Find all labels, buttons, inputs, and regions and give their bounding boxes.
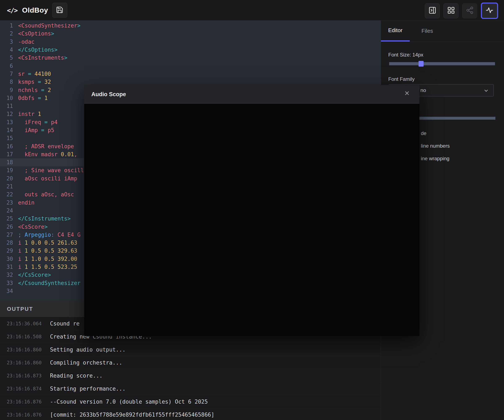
output-log-row: 23:16:16.860Compiling orchestra... <box>0 356 381 369</box>
modal-title: Audio Scope <box>91 91 126 98</box>
code-line: 1<CsoundSynthesizer> <box>0 22 381 30</box>
code-text: </CsInstruments> <box>18 216 71 222</box>
code-text: </CsoundSynthesizer <box>18 280 80 286</box>
topbar-actions <box>425 2 498 19</box>
line-number: 26 <box>0 224 13 230</box>
line-number: 22 <box>0 191 13 198</box>
save-icon <box>56 6 63 14</box>
code-logo-icon: </> <box>7 6 18 14</box>
code-text: nchnls = 2 <box>18 87 51 93</box>
checkbox-label-fragment-line-numbers[interactable]: line numbers <box>421 143 450 149</box>
line-number: 29 <box>0 248 13 254</box>
log-timestamp: 23:16:16.873 <box>7 373 50 378</box>
toggle-sidebar-button[interactable] <box>425 3 440 18</box>
code-text: ksmps = 32 <box>18 79 51 85</box>
share-button[interactable] <box>462 3 477 18</box>
close-icon[interactable]: ✕ <box>404 90 410 96</box>
line-number: 28 <box>0 240 13 246</box>
line-number: 17 <box>0 151 13 157</box>
code-text: iFreq = p4 <box>18 119 58 125</box>
code-text: -odac <box>18 39 35 45</box>
output-log-row: 23:16:16.874Starting performance... <box>0 382 381 395</box>
code-text: aOsc oscili iAmp <box>18 175 77 182</box>
audio-scope-modal: Audio Scope ✕ <box>84 85 419 336</box>
audio-scope-button[interactable] <box>481 2 498 19</box>
code-text: <CsOptions> <box>18 30 54 37</box>
log-timestamp: 23:16:16.860 <box>7 347 50 352</box>
output-title: OUTPUT <box>7 306 33 312</box>
sidebar-tabs: Editor Files <box>381 20 504 42</box>
line-number: 24 <box>0 207 13 214</box>
line-number: 20 <box>0 175 13 182</box>
tab-editor[interactable]: Editor <box>381 20 410 42</box>
font-size-slider[interactable] <box>389 62 495 65</box>
line-number: 23 <box>0 199 13 206</box>
line-number: 8 <box>0 79 13 85</box>
line-number: 9 <box>0 87 13 93</box>
log-timestamp: 23:16:16.874 <box>7 386 50 391</box>
tab-files[interactable]: Files <box>415 20 439 42</box>
log-message: Starting performance... <box>50 385 126 392</box>
audio-scope-modal-header: Audio Scope ✕ <box>84 85 419 104</box>
code-text: kEnv madsr 0.01, <box>18 151 77 157</box>
code-text: i 1 0.0 0.5 261.63 <box>18 240 77 246</box>
line-number: 15 <box>0 135 13 141</box>
output-log-row: 23:16:16.876[commit: 2633b5f788e59e892fd… <box>0 408 381 420</box>
line-number: 13 <box>0 119 13 125</box>
line-number: 2 <box>0 30 13 37</box>
code-line: 7sr = 44100 <box>0 70 381 78</box>
code-text: outs aOsc, aOsc <box>18 191 74 198</box>
font-size-slider-thumb[interactable] <box>419 61 424 66</box>
line-number: 18 <box>0 159 13 166</box>
line-number: 19 <box>0 167 13 174</box>
code-text: </CsOptions> <box>18 47 58 53</box>
line-number: 12 <box>0 111 13 117</box>
code-line: 4</CsOptions> <box>0 46 381 54</box>
code-text: </CsScore> <box>18 272 51 278</box>
top-bar: </> OldBoy <box>0 0 504 21</box>
code-text: ; Sine wave oscilla <box>18 167 87 174</box>
line-number: 10 <box>0 95 13 101</box>
log-timestamp: 23:16:16.860 <box>7 360 50 365</box>
line-number: 31 <box>0 264 13 270</box>
line-number: 6 <box>0 63 13 69</box>
log-message: Compiling orchestra... <box>50 360 122 366</box>
line-number: 14 <box>0 127 13 133</box>
line-number: 33 <box>0 280 13 286</box>
line-number: 34 <box>0 288 13 294</box>
audio-scope-display <box>84 104 419 336</box>
code-text: i 1 1.0 0.5 392.00 <box>18 256 77 262</box>
line-number: 30 <box>0 256 13 262</box>
output-log-row: 23:16:16.860Setting audio output... <box>0 343 381 356</box>
save-button[interactable] <box>52 3 67 18</box>
code-text: i 1 1.5 0.5 523.25 <box>18 264 77 270</box>
line-number: 1 <box>0 23 13 29</box>
font-size-label: Font Size: 14px <box>388 52 423 58</box>
line-number: 3 <box>0 39 13 45</box>
log-message: --Csound version 7.0 (double samples) Oc… <box>50 399 208 405</box>
panel-right-icon <box>428 6 436 15</box>
layout-button[interactable] <box>444 3 458 18</box>
code-text: <CsInstruments> <box>18 55 67 61</box>
checkbox-label-fragment-line-wrapping[interactable]: ine wrapping <box>421 156 449 162</box>
log-timestamp: 23:16:16.876 <box>7 412 50 418</box>
code-text: i 1 0.5 0.5 329.63 <box>18 248 77 254</box>
line-number: 7 <box>0 71 13 77</box>
log-timestamp: 23:16:16.508 <box>7 334 50 339</box>
code-text: instr 1 <box>18 111 41 117</box>
code-text: sr = 44100 <box>18 71 51 77</box>
code-line: 3-odac <box>0 38 381 46</box>
line-number: 32 <box>0 272 13 278</box>
app-title: OldBoy <box>22 6 48 14</box>
line-number: 5 <box>0 55 13 61</box>
log-message: [commit: 2633b5f788e59e892fdfb61f55fff25… <box>50 412 214 418</box>
output-log-row: 23:16:16.873Reading score... <box>0 369 381 382</box>
code-text: 0dbfs = 1 <box>18 95 48 101</box>
output-log-row: 23:16:16.876--Csound version 7.0 (double… <box>0 395 381 408</box>
checkbox-label-fragment-mode[interactable]: de <box>421 130 426 136</box>
font-family-value: no <box>420 87 426 93</box>
code-line: 6 <box>0 62 381 70</box>
code-line: 2<CsOptions> <box>0 30 381 38</box>
code-text: <CsScore> <box>18 224 48 230</box>
font-family-label: Font Family <box>388 76 414 82</box>
